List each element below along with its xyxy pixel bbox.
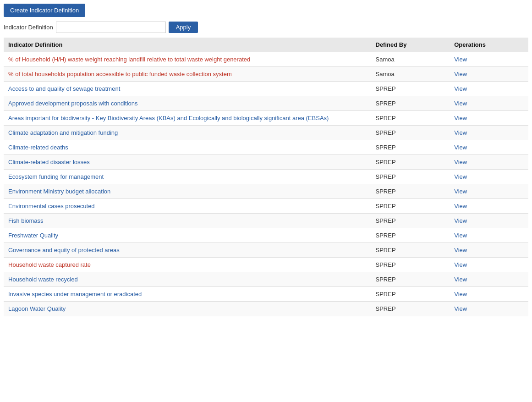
- view-link[interactable]: View: [454, 173, 467, 180]
- indicator-cell: Freshwater Quality: [4, 228, 371, 243]
- operations-cell: View: [450, 155, 528, 170]
- indicator-link[interactable]: Approved development proposals with cond…: [8, 100, 138, 107]
- view-link[interactable]: View: [454, 144, 467, 151]
- operations-cell: View: [450, 52, 528, 67]
- filter-label: Indicator Definition: [4, 24, 53, 31]
- indicator-cell: % of Household (H/H) waste weight reachi…: [4, 52, 371, 67]
- table-row: Approved development proposals with cond…: [4, 96, 528, 111]
- view-link[interactable]: View: [454, 56, 467, 63]
- defined-by-cell: SPREP: [371, 302, 450, 316]
- table-row: Climate-related deathsSPREPView: [4, 140, 528, 155]
- defined-by-cell: SPREP: [371, 199, 450, 214]
- defined-by-cell: SPREP: [371, 287, 450, 302]
- indicator-link[interactable]: Lagoon Water Quality: [8, 305, 66, 312]
- defined-by-cell: SPREP: [371, 126, 450, 140]
- view-link[interactable]: View: [454, 115, 467, 121]
- indicator-link[interactable]: Environment Ministry budget allocation: [8, 188, 110, 195]
- view-link[interactable]: View: [454, 276, 467, 283]
- indicator-link[interactable]: Climate-related deaths: [8, 144, 68, 151]
- operations-cell: View: [450, 96, 528, 111]
- indicator-link[interactable]: % of total households population accessi…: [8, 71, 232, 77]
- top-bar: Create Indicator Definition: [4, 4, 528, 17]
- table-row: Governance and equity of protected areas…: [4, 243, 528, 258]
- defined-by-cell: SPREP: [371, 258, 450, 272]
- indicator-link[interactable]: Climate adaptation and mitigation fundin…: [8, 129, 118, 136]
- indicator-link[interactable]: Household waste captured rate: [8, 261, 91, 268]
- defined-by-cell: Samoa: [371, 67, 450, 82]
- table-row: Fish biomassSPREPView: [4, 214, 528, 228]
- indicator-cell: Lagoon Water Quality: [4, 302, 371, 316]
- indicator-cell: Access to and quality of sewage treatmen…: [4, 82, 371, 96]
- create-indicator-button[interactable]: Create Indicator Definition: [4, 4, 85, 17]
- indicator-link[interactable]: Invasive species under management or era…: [8, 291, 142, 297]
- table-row: Environment Ministry budget allocationSP…: [4, 184, 528, 199]
- defined-by-cell: SPREP: [371, 228, 450, 243]
- table-row: Household waste recycledSPREPView: [4, 272, 528, 287]
- table-row: Household waste captured rateSPREPView: [4, 258, 528, 272]
- view-link[interactable]: View: [454, 71, 467, 77]
- view-link[interactable]: View: [454, 247, 467, 253]
- view-link[interactable]: View: [454, 217, 467, 224]
- defined-by-cell: SPREP: [371, 184, 450, 199]
- operations-cell: View: [450, 287, 528, 302]
- indicator-table: Indicator Definition Defined By Operatio…: [4, 38, 528, 316]
- operations-cell: View: [450, 199, 528, 214]
- defined-by-cell: SPREP: [371, 155, 450, 170]
- table-header-row: Indicator Definition Defined By Operatio…: [4, 38, 528, 52]
- indicator-cell: Climate-related deaths: [4, 140, 371, 155]
- indicator-link[interactable]: Ecosystem funding for management: [8, 173, 104, 180]
- view-link[interactable]: View: [454, 129, 467, 136]
- indicator-link[interactable]: Governance and equity of protected areas: [8, 247, 120, 253]
- apply-button[interactable]: Apply: [169, 22, 198, 33]
- view-link[interactable]: View: [454, 291, 467, 297]
- view-link[interactable]: View: [454, 159, 467, 165]
- view-link[interactable]: View: [454, 261, 467, 268]
- table-row: Climate-related disaster lossesSPREPView: [4, 155, 528, 170]
- indicator-link[interactable]: Access to and quality of sewage treatmen…: [8, 85, 120, 92]
- indicator-link[interactable]: Climate-related disaster losses: [8, 159, 90, 165]
- view-link[interactable]: View: [454, 305, 467, 312]
- header-indicator: Indicator Definition: [4, 38, 371, 52]
- operations-cell: View: [450, 272, 528, 287]
- table-row: Areas important for biodiversity - Key B…: [4, 111, 528, 126]
- view-link[interactable]: View: [454, 85, 467, 92]
- indicator-definition-input[interactable]: [56, 22, 166, 33]
- view-link[interactable]: View: [454, 203, 467, 209]
- indicator-link[interactable]: Fish biomass: [8, 217, 44, 224]
- table-row: % of Household (H/H) waste weight reachi…: [4, 52, 528, 67]
- defined-by-cell: SPREP: [371, 140, 450, 155]
- indicator-link[interactable]: Environmental cases prosecuted: [8, 203, 95, 209]
- indicator-link[interactable]: Freshwater Quality: [8, 232, 58, 239]
- defined-by-cell: SPREP: [371, 214, 450, 228]
- indicator-link[interactable]: % of Household (H/H) waste weight reachi…: [8, 56, 250, 63]
- indicator-cell: Fish biomass: [4, 214, 371, 228]
- indicator-cell: Household waste captured rate: [4, 258, 371, 272]
- operations-cell: View: [450, 258, 528, 272]
- operations-cell: View: [450, 243, 528, 258]
- indicator-link[interactable]: Household waste recycled: [8, 276, 78, 283]
- indicator-cell: Climate adaptation and mitigation fundin…: [4, 126, 371, 140]
- view-link[interactable]: View: [454, 100, 467, 107]
- operations-cell: View: [450, 126, 528, 140]
- header-operations: Operations: [450, 38, 528, 52]
- defined-by-cell: SPREP: [371, 170, 450, 184]
- indicator-cell: Environmental cases prosecuted: [4, 199, 371, 214]
- indicator-cell: Invasive species under management or era…: [4, 287, 371, 302]
- operations-cell: View: [450, 184, 528, 199]
- table-row: Freshwater QualitySPREPView: [4, 228, 528, 243]
- view-link[interactable]: View: [454, 188, 467, 195]
- indicator-cell: % of total households population accessi…: [4, 67, 371, 82]
- view-link[interactable]: View: [454, 232, 467, 239]
- table-row: Access to and quality of sewage treatmen…: [4, 82, 528, 96]
- indicator-cell: Governance and equity of protected areas: [4, 243, 371, 258]
- indicator-link[interactable]: Areas important for biodiversity - Key B…: [8, 115, 329, 121]
- indicator-cell: Environment Ministry budget allocation: [4, 184, 371, 199]
- table-row: Ecosystem funding for managementSPREPVie…: [4, 170, 528, 184]
- table-row: Invasive species under management or era…: [4, 287, 528, 302]
- table-row: Lagoon Water QualitySPREPView: [4, 302, 528, 316]
- operations-cell: View: [450, 214, 528, 228]
- operations-cell: View: [450, 82, 528, 96]
- indicator-cell: Ecosystem funding for management: [4, 170, 371, 184]
- indicator-cell: Household waste recycled: [4, 272, 371, 287]
- defined-by-cell: SPREP: [371, 272, 450, 287]
